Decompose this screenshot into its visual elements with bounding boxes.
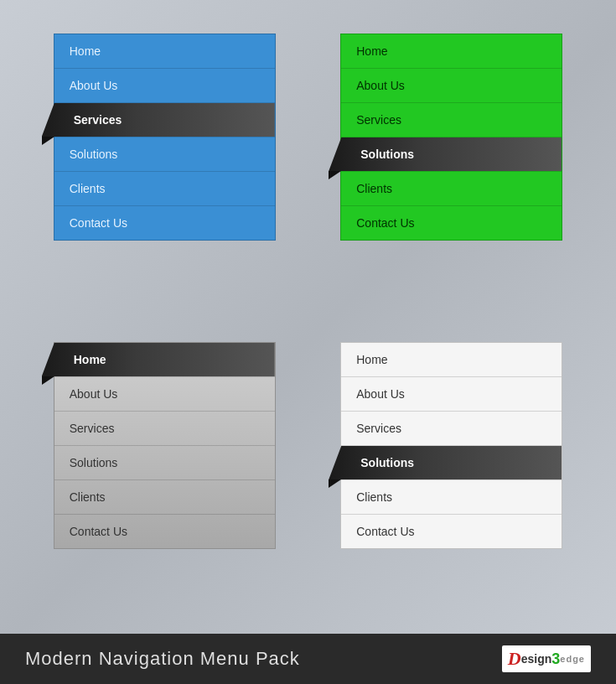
blue-solutions-label: Solutions (70, 148, 118, 161)
green-home[interactable]: Home (341, 34, 562, 69)
green-about-label: About Us (356, 79, 405, 92)
gray-menu: Home About Us Services Solutions Clients… (54, 342, 276, 549)
footer-logo: D esign 3 edge (502, 645, 591, 672)
green-contact[interactable]: Contact Us (341, 206, 562, 240)
gray-about[interactable]: About Us (54, 377, 275, 412)
green-menu: Home About Us Services Solutions Clients… (340, 34, 562, 241)
active-arrow-white (329, 479, 341, 488)
white-contact-label: Contact Us (356, 525, 414, 538)
gray-home-label: Home (71, 353, 106, 366)
blue-home[interactable]: Home (54, 34, 275, 69)
white-services[interactable]: Services (341, 412, 562, 446)
white-solutions-label: Solutions (358, 456, 414, 469)
white-solutions[interactable]: Solutions (341, 446, 562, 480)
blue-solutions[interactable]: Solutions (54, 137, 275, 172)
footer: Modern Navigation Menu Pack D esign 3 ed… (0, 634, 616, 684)
green-about[interactable]: About Us (341, 69, 562, 103)
green-menu-cell: Home About Us Services Solutions Clients… (321, 25, 583, 308)
white-contact[interactable]: Contact Us (341, 515, 562, 548)
green-services[interactable]: Services (341, 103, 562, 137)
white-about[interactable]: About Us (341, 377, 562, 412)
gray-contact[interactable]: Contact Us (54, 515, 275, 548)
blue-menu: Home About Us Services Solutions Clients… (54, 34, 276, 241)
white-clients-label: Clients (356, 490, 392, 504)
green-services-label: Services (356, 113, 401, 127)
green-solutions-label: Solutions (358, 148, 414, 161)
footer-title: Modern Navigation Menu Pack (25, 648, 300, 670)
white-home[interactable]: Home (341, 343, 562, 377)
blue-services[interactable]: Services (54, 103, 275, 137)
white-menu: Home About Us Services Solutions Clients… (340, 342, 562, 549)
white-services-label: Services (356, 422, 401, 435)
active-arrow-green (329, 171, 341, 179)
gray-solutions-label: Solutions (70, 456, 118, 469)
gray-clients-label: Clients (70, 490, 106, 504)
logo-3: 3 (551, 650, 560, 668)
blue-contact-label: Contact Us (70, 216, 127, 230)
white-menu-cell: Home About Us Services Solutions Clients… (321, 334, 583, 617)
gray-clients[interactable]: Clients (54, 480, 275, 515)
blue-services-label: Services (71, 113, 122, 127)
white-clients[interactable]: Clients (341, 480, 562, 515)
active-arrow-gray (42, 376, 54, 385)
logo-d: D (508, 648, 521, 670)
blue-about-label: About Us (70, 79, 118, 92)
gray-solutions[interactable]: Solutions (54, 446, 275, 480)
blue-contact[interactable]: Contact Us (54, 206, 275, 240)
logo-edge: edge (560, 654, 585, 664)
blue-home-label: Home (70, 44, 101, 58)
blue-about[interactable]: About Us (54, 69, 275, 103)
gray-services-label: Services (70, 422, 115, 435)
green-home-label: Home (356, 44, 387, 58)
blue-clients-label: Clients (70, 182, 106, 195)
gray-services[interactable]: Services (54, 412, 275, 446)
gray-menu-cell: Home About Us Services Solutions Clients… (34, 334, 296, 617)
active-arrow (42, 137, 54, 145)
gray-about-label: About Us (70, 387, 118, 401)
main-content: Home About Us Services Solutions Clients… (0, 0, 616, 634)
green-clients-label: Clients (356, 182, 392, 195)
logo-esign: esign (521, 652, 552, 666)
white-home-label: Home (356, 353, 387, 366)
green-contact-label: Contact Us (356, 216, 414, 230)
green-clients[interactable]: Clients (341, 172, 562, 206)
green-solutions[interactable]: Solutions (341, 137, 562, 172)
white-about-label: About Us (356, 387, 405, 401)
gray-contact-label: Contact Us (70, 525, 127, 538)
blue-clients[interactable]: Clients (54, 172, 275, 206)
gray-home[interactable]: Home (54, 343, 275, 377)
blue-menu-cell: Home About Us Services Solutions Clients… (34, 25, 296, 308)
